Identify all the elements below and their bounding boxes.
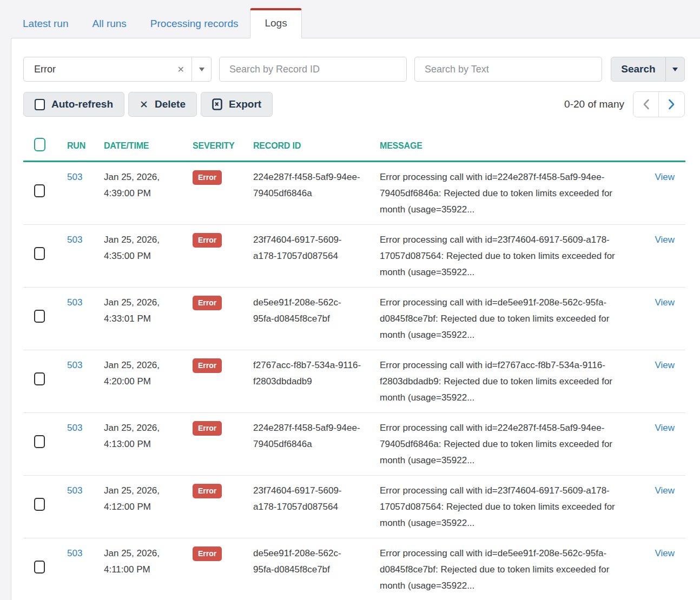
- message-cell: Error processing call with id=de5ee91f-2…: [374, 288, 633, 350]
- row-checkbox[interactable]: [34, 498, 45, 511]
- log-row: 503 Jan 25, 2026, 4:12:00 PM Error 23f74…: [23, 476, 685, 538]
- severity-dropdown-toggle[interactable]: [191, 57, 211, 81]
- delete-label: Delete: [155, 98, 186, 110]
- column-header-message: MESSAGE: [374, 131, 633, 162]
- message-cell: Error processing call with id=de5ee91f-2…: [374, 538, 633, 600]
- column-header-severity: SEVERITY: [187, 131, 247, 162]
- chevron-down-icon: [199, 68, 204, 71]
- logs-panel: Error ✕ Search Auto-refresh ✕ Delete: [11, 38, 700, 600]
- run-link[interactable]: 503: [67, 548, 82, 558]
- pagination-controls: [633, 91, 685, 117]
- log-row: 503 Jan 25, 2026, 4:13:00 PM Error 224e2…: [23, 413, 685, 476]
- log-table-body: 503 Jan 25, 2026, 4:39:00 PM Error 224e2…: [23, 162, 685, 600]
- chevron-left-icon: [643, 99, 650, 110]
- auto-refresh-button[interactable]: Auto-refresh: [23, 92, 124, 117]
- record-id-search-input[interactable]: [219, 57, 407, 82]
- next-page-button[interactable]: [659, 92, 684, 117]
- message-cell: Error processing call with id=23f74604-6…: [374, 476, 633, 538]
- row-checkbox[interactable]: [34, 184, 45, 197]
- message-cell: Error processing call with id=23f74604-6…: [374, 225, 633, 288]
- record-id-cell: de5ee91f-208e-562c-95fa-d0845f8ce7bf: [247, 288, 374, 350]
- datetime-cell: Jan 25, 2026, 4:13:00 PM: [97, 413, 187, 476]
- log-table: RUN DATE/TIME SEVERITY RECORD ID MESSAGE…: [23, 131, 685, 600]
- text-search-input[interactable]: [414, 57, 602, 82]
- record-id-cell: 23f74604-6917-5609-a178-17057d087564: [247, 225, 374, 288]
- chevron-right-icon: [668, 99, 675, 110]
- run-link[interactable]: 503: [67, 360, 82, 370]
- chevron-down-icon: [672, 68, 678, 71]
- severity-badge: Error: [193, 170, 222, 185]
- search-options-toggle[interactable]: [665, 57, 684, 81]
- view-link[interactable]: View: [655, 360, 675, 370]
- row-checkbox[interactable]: [34, 310, 45, 323]
- severity-badge: Error: [193, 484, 222, 498]
- run-link[interactable]: 503: [67, 235, 82, 245]
- filter-row: Error ✕ Search: [23, 57, 685, 82]
- view-link[interactable]: View: [655, 423, 675, 433]
- column-header-record-id: RECORD ID: [247, 131, 374, 162]
- row-checkbox[interactable]: [34, 561, 45, 574]
- message-cell: Error processing call with id=224e287f-f…: [374, 413, 633, 476]
- tab-all-runs[interactable]: All runs: [81, 10, 138, 38]
- tab-processing-records[interactable]: Processing records: [138, 10, 250, 38]
- run-link[interactable]: 503: [67, 485, 82, 496]
- search-button-label: Search: [611, 63, 665, 75]
- view-link[interactable]: View: [655, 485, 675, 496]
- view-link[interactable]: View: [655, 235, 675, 245]
- record-id-cell: f2767acc-f8b7-534a-9116-f2803dbdadb9: [247, 350, 374, 413]
- column-header-datetime: DATE/TIME: [97, 131, 187, 162]
- severity-filter-select[interactable]: Error ✕: [23, 57, 212, 82]
- message-cell: Error processing call with id=224e287f-f…: [374, 162, 633, 225]
- export-file-icon: [212, 98, 222, 110]
- run-link[interactable]: 503: [67, 172, 82, 182]
- message-cell: Error processing call with id=f2767acc-f…: [374, 350, 633, 413]
- view-link[interactable]: View: [655, 172, 675, 182]
- pagination-range: 0-20 of many: [564, 98, 624, 110]
- severity-badge: Error: [193, 296, 222, 310]
- severity-filter-value: Error: [24, 64, 170, 75]
- severity-badge: Error: [193, 421, 222, 436]
- log-row: 503 Jan 25, 2026, 4:20:00 PM Error f2767…: [23, 350, 685, 413]
- record-id-cell: de5ee91f-208e-562c-95fa-d0845f8ce7bf: [247, 538, 374, 600]
- auto-refresh-checkbox[interactable]: [35, 99, 45, 110]
- delete-x-icon: ✕: [140, 98, 148, 111]
- select-all-checkbox[interactable]: [34, 138, 45, 151]
- export-button[interactable]: Export: [201, 92, 273, 117]
- run-link[interactable]: 503: [67, 423, 82, 433]
- log-row: 503 Jan 25, 2026, 4:39:00 PM Error 224e2…: [23, 162, 685, 225]
- datetime-cell: Jan 25, 2026, 4:39:00 PM: [97, 162, 187, 225]
- run-link[interactable]: 503: [67, 297, 82, 308]
- action-row: Auto-refresh ✕ Delete Export 0-20 of man…: [23, 91, 685, 117]
- severity-badge: Error: [193, 546, 222, 561]
- severity-badge: Error: [193, 358, 222, 373]
- clear-filter-icon[interactable]: ✕: [170, 64, 191, 75]
- log-row: 503 Jan 25, 2026, 4:35:00 PM Error 23f74…: [23, 225, 685, 288]
- view-link[interactable]: View: [655, 297, 675, 308]
- log-row: 503 Jan 25, 2026, 4:33:01 PM Error de5ee…: [23, 288, 685, 350]
- datetime-cell: Jan 25, 2026, 4:20:00 PM: [97, 350, 187, 413]
- severity-badge: Error: [193, 233, 222, 248]
- record-id-cell: 224e287f-f458-5af9-94ee-79405df6846a: [247, 162, 374, 225]
- datetime-cell: Jan 25, 2026, 4:33:01 PM: [97, 288, 187, 350]
- row-checkbox[interactable]: [34, 372, 45, 385]
- record-id-cell: 23f74604-6917-5609-a178-17057d087564: [247, 476, 374, 538]
- delete-button[interactable]: ✕ Delete: [128, 92, 197, 117]
- export-label: Export: [229, 98, 261, 110]
- column-header-run: RUN: [60, 131, 97, 162]
- table-header-row: RUN DATE/TIME SEVERITY RECORD ID MESSAGE: [23, 131, 685, 162]
- tab-latest-run[interactable]: Latest run: [11, 10, 81, 38]
- row-checkbox[interactable]: [34, 435, 45, 448]
- previous-page-button[interactable]: [633, 92, 659, 117]
- log-row: 503 Jan 25, 2026, 4:11:00 PM Error de5ee…: [23, 538, 685, 600]
- datetime-cell: Jan 25, 2026, 4:11:00 PM: [97, 538, 187, 600]
- datetime-cell: Jan 25, 2026, 4:12:00 PM: [97, 476, 187, 538]
- view-link[interactable]: View: [655, 548, 675, 558]
- tab-logs[interactable]: Logs: [250, 8, 301, 38]
- row-checkbox[interactable]: [34, 247, 45, 260]
- record-id-cell: 224e287f-f458-5af9-94ee-79405df6846a: [247, 413, 374, 476]
- tab-bar: Latest run All runs Processing records L…: [0, 0, 700, 38]
- datetime-cell: Jan 25, 2026, 4:35:00 PM: [97, 225, 187, 288]
- auto-refresh-label: Auto-refresh: [51, 98, 113, 110]
- search-button[interactable]: Search: [611, 57, 685, 82]
